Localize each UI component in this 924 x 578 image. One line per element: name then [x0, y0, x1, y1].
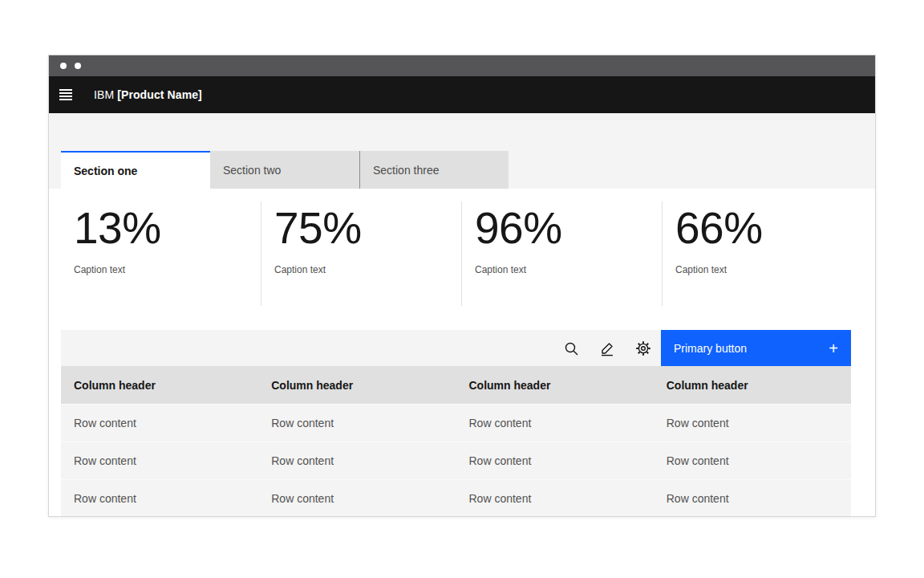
- page-content: Section one Section two Section three 13…: [49, 113, 875, 516]
- window-titlebar: [49, 55, 875, 76]
- stat-value: 75%: [274, 205, 448, 251]
- stat-caption: Caption text: [475, 264, 649, 275]
- app-title: IBM [Product Name]: [94, 88, 202, 101]
- table-row: Row content Row content Row content Row …: [61, 442, 851, 479]
- table-cell: Row content: [61, 454, 258, 467]
- table-cell: Row content: [654, 492, 851, 505]
- add-icon: +: [829, 340, 838, 356]
- table-cell: Row content: [654, 454, 851, 467]
- table-cell: Row content: [61, 492, 258, 505]
- toolbar-spacer: [61, 330, 553, 366]
- primary-button[interactable]: Primary button +: [661, 330, 851, 366]
- column-header: Column header: [258, 379, 456, 392]
- tab-bar: Section one Section two Section three: [61, 151, 875, 189]
- primary-button-label: Primary button: [674, 342, 829, 355]
- stat-caption: Caption text: [74, 264, 248, 275]
- stat-caption: Caption text: [274, 264, 448, 275]
- tab-section-two[interactable]: Section two: [210, 151, 359, 189]
- tab-section-three[interactable]: Section three: [359, 151, 509, 189]
- table-row: Row content Row content Row content Row …: [61, 479, 851, 516]
- search-icon: [563, 340, 579, 356]
- table-header-row: Column header Column header Column heade…: [61, 366, 851, 404]
- table-cell: Row content: [654, 417, 851, 429]
- table-cell: Row content: [61, 417, 258, 429]
- stat-card: 96% Caption text: [461, 201, 662, 306]
- table-row: Row content Row content Row content Row …: [61, 404, 851, 442]
- brand-text: IBM: [94, 88, 114, 101]
- stat-card: 75% Caption text: [261, 201, 461, 306]
- edit-icon: [599, 340, 615, 356]
- column-header: Column header: [654, 379, 851, 392]
- table-cell: Row content: [456, 454, 654, 467]
- column-header: Column header: [456, 379, 654, 392]
- column-header: Column header: [61, 379, 258, 392]
- settings-button[interactable]: [625, 330, 661, 366]
- search-button[interactable]: [553, 330, 589, 366]
- table-cell: Row content: [258, 454, 456, 467]
- stat-value: 66%: [675, 205, 849, 251]
- app-header: IBM [Product Name]: [49, 76, 875, 113]
- stat-caption: Caption text: [675, 264, 849, 275]
- table-toolbar: Primary button +: [61, 330, 851, 366]
- product-name-text: [Product Name]: [117, 88, 202, 101]
- table-cell: Row content: [258, 492, 456, 505]
- tab-label: Section two: [223, 164, 281, 177]
- stat-card: 13% Caption text: [61, 201, 261, 306]
- stat-value: 96%: [475, 205, 649, 251]
- menu-button[interactable]: [49, 76, 83, 113]
- stats-row: 13% Caption text 75% Caption text 96% Ca…: [61, 201, 862, 306]
- page: IBM [Product Name] Section one Section t…: [0, 0, 924, 578]
- window-dot-icon: [60, 63, 67, 69]
- tab-label: Section three: [373, 164, 440, 177]
- data-table: Primary button + Column header Column he…: [61, 330, 851, 516]
- tab-section-one[interactable]: Section one: [61, 151, 210, 189]
- stat-card: 66% Caption text: [662, 201, 862, 306]
- tab-label: Section one: [74, 165, 137, 177]
- edit-button[interactable]: [589, 330, 625, 366]
- browser-window: IBM [Product Name] Section one Section t…: [48, 55, 876, 517]
- hamburger-icon: [58, 87, 74, 103]
- stat-value: 13%: [74, 205, 248, 251]
- table-cell: Row content: [456, 492, 654, 505]
- tab-panel: 13% Caption text 75% Caption text 96% Ca…: [49, 189, 875, 516]
- settings-icon: [635, 340, 651, 356]
- table-cell: Row content: [258, 417, 456, 429]
- table-cell: Row content: [456, 417, 654, 429]
- window-dot-icon: [75, 63, 81, 69]
